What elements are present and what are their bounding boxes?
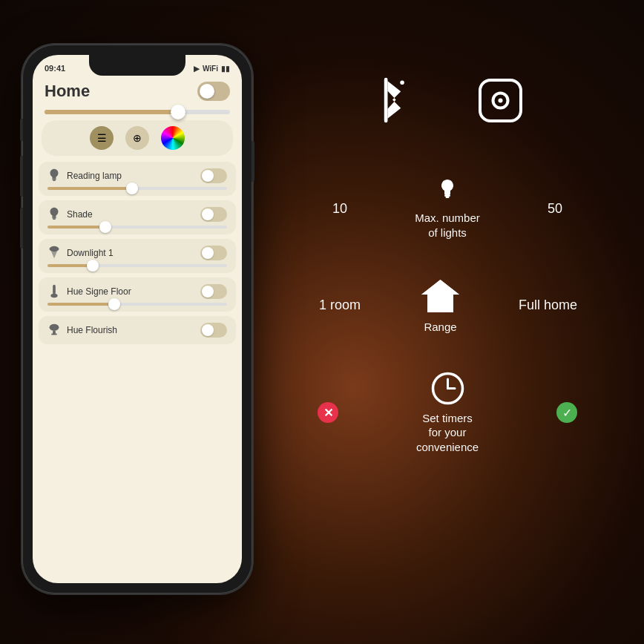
bulb-icon [47,168,61,184]
light-toggle-3[interactable] [200,246,227,260]
battery-icon: ▮▮ [221,65,230,73]
light-toggle-1[interactable] [200,168,227,183]
bulb-large-icon [439,178,456,205]
bluetooth-icon-wrapper [370,74,415,126]
phone-power-button [252,141,254,182]
range-left: 1 room [318,298,362,313]
timers-row: ✕ Set timers for your convenience ✓ [310,357,585,470]
light-slider-3[interactable] [47,264,227,267]
light-name-4: Hue Signe Floor [67,286,131,297]
light-item: Reading lamp [39,162,236,196]
max-lights-max: 50 [533,201,577,217]
bluetooth-icon [370,74,415,126]
svg-rect-15 [444,194,450,197]
svg-rect-1 [53,180,56,181]
max-lights-center: Max. number of lights [399,178,496,240]
max-lights-label: Max. number of lights [415,211,480,240]
light-name-3: Downlight 1 [67,248,114,258]
light-name-2: Shade [67,209,93,220]
bridge-icon [476,76,525,125]
range-center: Range [392,277,488,335]
light-toggle-2[interactable] [200,207,227,222]
house-icon [420,277,461,314]
app-header: Home [33,79,242,107]
range-label: Range [424,320,456,335]
svg-rect-5 [53,285,56,295]
max-lights-row: 10 Max. number of lights 50 [310,163,585,254]
light-slider-4[interactable] [47,303,227,306]
status-icons: ▶ WiFi ▮▮ [194,65,230,73]
svg-marker-10 [388,81,401,118]
svg-rect-2 [52,217,56,219]
svg-rect-16 [446,197,450,198]
signal-icon: ▶ [194,65,200,73]
features-area: 10 Max. number of lights 50 1 room Range… [310,59,585,476]
light-toggle-4[interactable] [200,284,227,299]
svg-point-6 [50,294,57,298]
light-name-1: Reading lamp [67,171,122,181]
max-lights-min: 10 [318,201,362,217]
phone-vol-up-button [20,156,23,197]
light-item: Hue Signe Floor [39,277,236,312]
timers-label: Set timers for your convenience [416,411,479,455]
flourish-icon [47,322,61,338]
phone-notch [89,55,185,76]
phone-mute-button [20,119,23,141]
range-row: 1 room Range Full home [310,262,585,349]
brightness-slider[interactable] [45,110,230,114]
light-item: Hue Flourish [39,316,236,344]
svg-rect-9 [384,78,388,123]
top-icons-row [310,59,585,141]
svg-point-14 [498,98,502,102]
status-time: 09:41 [45,64,65,73]
tab-list[interactable]: ☰ [90,126,114,150]
downlight-icon [47,245,61,261]
tab-scenes[interactable]: ⊕ [125,126,149,150]
clock-icon [431,372,464,405]
light-item: Shade [39,200,236,234]
phone-mockup: 09:41 ▶ WiFi ▮▮ Home ☰ [22,45,252,594]
svg-rect-0 [52,179,56,180]
bridge-icon-wrapper [476,76,525,125]
phone-vol-down-button [20,208,23,249]
svg-point-7 [50,324,59,331]
home-toggle[interactable] [197,82,230,101]
svg-rect-3 [53,219,56,220]
light-item: Downlight 1 [39,239,236,273]
light-slider-2[interactable] [47,226,227,229]
svg-point-11 [401,80,405,85]
wifi-icon: WiFi [203,65,218,73]
light-slider-1[interactable] [47,187,227,190]
timer-yes-icon: ✓ [556,402,577,423]
light-toggle-5[interactable] [200,323,227,338]
range-right: Full home [519,298,577,313]
bulb-icon [47,206,61,223]
tab-bar: ☰ ⊕ [42,120,233,156]
app-title: Home [45,82,90,101]
svg-marker-18 [421,280,459,295]
timer-no-icon: ✕ [318,402,338,423]
signe-icon [47,283,61,300]
timers-center: Set timers for your convenience [399,372,496,455]
tab-color[interactable] [161,126,185,150]
light-name-5: Hue Flourish [67,325,117,335]
